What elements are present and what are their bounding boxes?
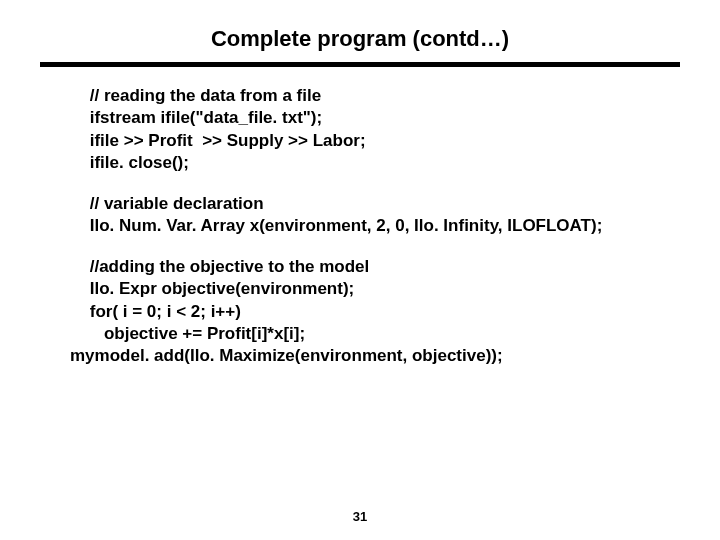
code-line: for( i = 0; i < 2; i++) [85, 301, 680, 323]
code-line: // variable declaration [85, 193, 680, 215]
page-number: 31 [0, 509, 720, 524]
code-content: // reading the data from a file ifstream… [40, 85, 680, 345]
code-line: ifile. close(); [85, 152, 680, 174]
slide-title: Complete program (contd…) [40, 20, 680, 58]
code-line: mymodel. add(Ilo. Maximize(environment, … [70, 345, 680, 367]
code-line: Ilo. Num. Var. Array x(environment, 2, 0… [85, 215, 680, 237]
code-line: // reading the data from a file [85, 85, 680, 107]
code-line: ifile >> Profit >> Supply >> Labor; [85, 130, 680, 152]
code-line: //adding the objective to the model [85, 256, 680, 278]
code-line: ifstream ifile("data_file. txt"); [85, 107, 680, 129]
title-divider [40, 62, 680, 67]
code-line: Ilo. Expr objective(environment); [85, 278, 680, 300]
code-line: objective += Profit[i]*x[i]; [85, 323, 680, 345]
